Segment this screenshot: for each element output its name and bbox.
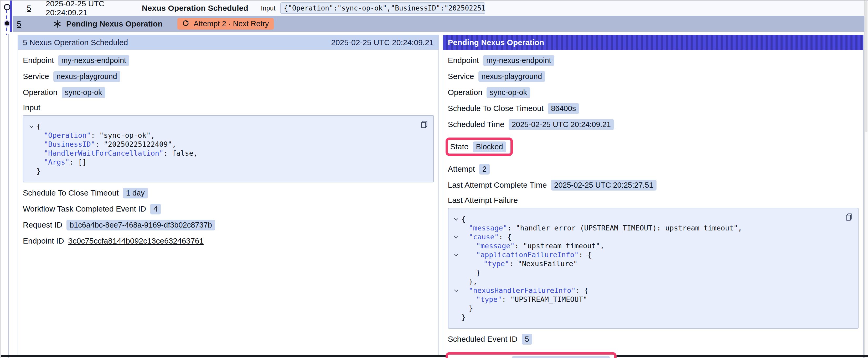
field-row-state: State Blocked	[450, 141, 506, 152]
failure-section-label: Last Attempt Failure	[448, 196, 859, 205]
field-label: Endpoint	[23, 56, 54, 65]
event-detail-timestamp: 2025-02-25 UTC 20:24:09.21	[331, 38, 433, 47]
failure-json-viewer[interactable]: {"message": "handler error (UPSTREAM_TIM…	[448, 208, 859, 329]
endpoint-id-link[interactable]: 3c0c75ccfa8144b092c13ce632463761	[68, 236, 204, 246]
window-bottom-edge	[1, 355, 868, 357]
scrollbar-thumb[interactable]	[865, 1, 867, 132]
selected-event-indicator-bar	[10, 1, 12, 32]
field-row-endpoint-id: Endpoint ID 3c0c75ccfa8144b092c13ce63246…	[23, 235, 434, 247]
field-value: 2	[479, 164, 490, 174]
field-label: State	[450, 142, 469, 151]
blocked-reason-highlight-annotation: Blocked Reason The circuit breaker is op…	[445, 352, 617, 358]
field-value: sync-op-ok	[62, 87, 105, 98]
field-label: Blocked Reason	[450, 357, 507, 358]
event-detail-title: 5 Nexus Operation Scheduled	[23, 38, 128, 47]
field-label: Request ID	[23, 221, 62, 229]
field-row-schedule-to-close: Schedule To Close Timeout 86400s	[448, 103, 859, 114]
vertical-scrollbar[interactable]	[864, 1, 868, 358]
event-timestamp: 2025-02-25 UTC 20:24:09.21	[46, 0, 142, 17]
field-row-schedule-to-close: Schedule To Close Timeout 1 day	[23, 187, 434, 198]
blocked-reason-value-badge: The circuit breaker is open.	[512, 356, 610, 358]
pending-detail-title: Pending Nexus Operation	[448, 38, 544, 47]
pending-detail-header: Pending Nexus Operation	[443, 35, 864, 50]
field-label: Workflow Task Completed Event ID	[23, 204, 146, 214]
copy-icon[interactable]	[845, 213, 853, 222]
field-value: nexus-playground	[53, 71, 120, 82]
field-value: b1c6a4bc-8ee7-468a-9169-df3b02c8737b	[66, 220, 215, 230]
field-row-wft-completed-event-id: Workflow Task Completed Event ID 4	[23, 203, 434, 215]
field-label: Schedule To Close Timeout	[23, 189, 119, 197]
field-value: my-nexus-endpoint	[58, 55, 129, 66]
field-label: Endpoint	[448, 56, 479, 65]
field-row-service: Service nexus-playground	[23, 71, 434, 82]
field-value: my-nexus-endpoint	[483, 55, 554, 66]
pending-detail-panel: Pending Nexus Operation Endpoint my-nexu…	[443, 35, 864, 358]
event-id-link[interactable]: 5	[27, 4, 46, 12]
field-value: 2025-02-25 UTC 20:24:09.21	[508, 119, 614, 130]
copy-icon[interactable]	[420, 120, 429, 129]
field-row-scheduled-time: Scheduled Time 2025-02-25 UTC 20:24:09.2…	[448, 119, 859, 130]
event-timeline	[1, 1, 12, 358]
field-label: Service	[448, 72, 474, 81]
pending-id-link[interactable]: 5	[17, 20, 53, 28]
field-label: Operation	[448, 88, 483, 97]
field-value: nexus-playground	[478, 71, 546, 82]
field-value: sync-op-ok	[487, 87, 530, 98]
retry-badge-label: Attempt 2 · Next Retry	[194, 20, 269, 28]
field-label: Scheduled Event ID	[448, 335, 518, 344]
input-json-viewer[interactable]: {"Operation": "sync-op-ok","BusinessID":…	[23, 115, 434, 183]
field-value: 5	[522, 334, 532, 345]
event-title: Nexus Operation Scheduled	[142, 4, 248, 12]
field-row-endpoint: Endpoint my-nexus-endpoint	[448, 55, 859, 66]
field-row-blocked-reason: Blocked Reason The circuit breaker is op…	[450, 356, 610, 358]
field-row-operation: Operation sync-op-ok	[23, 87, 434, 98]
retry-icon	[182, 20, 190, 28]
field-row-last-attempt-complete-time: Last Attempt Complete Time 2025-02-25 UT…	[448, 180, 859, 191]
input-section-label: Input	[23, 103, 434, 112]
field-label: Operation	[23, 88, 58, 97]
field-label: Service	[23, 72, 49, 81]
state-value-badge: Blocked	[473, 141, 506, 152]
timeline-event-marker-current[interactable]	[4, 20, 10, 27]
field-value: 4	[150, 204, 161, 215]
field-row-service: Service nexus-playground	[448, 71, 859, 82]
event-detail-panel: 5 Nexus Operation Scheduled 2025-02-25 U…	[18, 35, 439, 355]
field-label: Scheduled Time	[448, 120, 504, 129]
state-highlight-annotation: State Blocked	[445, 137, 513, 156]
timeline-event-marker-open[interactable]	[4, 4, 10, 10]
retry-badge: Attempt 2 · Next Retry	[177, 18, 274, 30]
pending-operation-row[interactable]: 5 Pending Nexus Operation Attempt 2 · Ne…	[12, 16, 868, 32]
event-detail-header: 5 Nexus Operation Scheduled 2025-02-25 U…	[18, 35, 438, 50]
pending-title: Pending Nexus Operation	[66, 20, 163, 28]
event-summary-row[interactable]: 5 2025-02-25 UTC 20:24:09.21 Nexus Opera…	[12, 1, 868, 16]
field-value: 2025-02-25 UTC 20:25:27.51	[551, 180, 656, 191]
field-row-operation: Operation sync-op-ok	[448, 87, 859, 98]
event-input-preview[interactable]: {"Operation":"sync-op-ok","BusinessID":"…	[280, 2, 485, 14]
field-label: Endpoint ID	[23, 236, 64, 246]
field-row-attempt: Attempt 2	[448, 164, 859, 174]
asterisk-icon	[53, 19, 62, 29]
timeline-rail	[8, 34, 9, 358]
event-input-label: Input	[261, 4, 276, 12]
field-row-endpoint: Endpoint my-nexus-endpoint	[23, 55, 434, 66]
field-value: 86400s	[548, 103, 579, 114]
field-label: Schedule To Close Timeout	[448, 104, 544, 113]
field-row-request-id: Request ID b1c6a4bc-8ee7-468a-9169-df3b0…	[23, 220, 434, 230]
field-label: Last Attempt Complete Time	[448, 181, 547, 190]
field-row-scheduled-event-id: Scheduled Event ID 5	[448, 334, 859, 345]
detail-panels: 5 Nexus Operation Scheduled 2025-02-25 U…	[18, 35, 864, 358]
field-value: 1 day	[123, 188, 148, 198]
field-label: Attempt	[448, 165, 475, 173]
